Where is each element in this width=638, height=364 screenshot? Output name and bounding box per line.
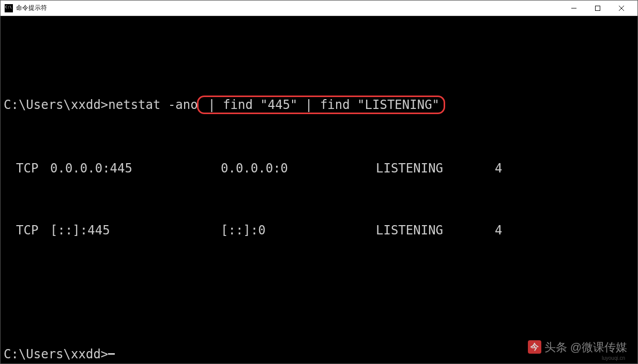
maximize-button[interactable] <box>586 1 610 16</box>
watermark-handle: @微课传媒 <box>570 340 627 355</box>
col-foreign: 0.0.0.0:0 <box>221 161 376 176</box>
output-row: TCP [::]:445 [::]:0 LISTENING 4 <box>4 223 634 238</box>
col-pid: 4 <box>495 161 502 176</box>
cursor-icon <box>108 353 115 355</box>
watermark-label: 头条 <box>544 340 567 355</box>
window-titlebar[interactable]: 命令提示符 <box>1 1 637 16</box>
svg-rect-1 <box>596 6 600 10</box>
col-proto: TCP <box>4 223 50 238</box>
watermark-sub: luyouqi.cn <box>602 355 625 362</box>
col-local: 0.0.0.0:445 <box>50 161 221 176</box>
window-controls <box>562 1 633 16</box>
prompt-text: C:\Users\xxdd> <box>4 97 108 113</box>
watermark-logo-icon: 今 <box>528 340 541 354</box>
col-proto: TCP <box>4 161 50 176</box>
highlighted-command: | find "445" | find "LISTENING" <box>197 96 445 114</box>
command-line-1: C:\Users\xxdd>netstat -ano | find "445" … <box>4 96 634 114</box>
col-foreign: [::]:0 <box>221 223 376 238</box>
watermark: 今 头条 @微课传媒 <box>528 340 627 355</box>
close-button[interactable] <box>610 1 633 16</box>
window-title: 命令提示符 <box>16 4 562 12</box>
col-state: LISTENING <box>376 161 495 176</box>
output-row: TCP 0.0.0.0:445 0.0.0.0:0 LISTENING 4 <box>4 161 634 176</box>
terminal-area[interactable]: C:\Users\xxdd>netstat -ano | find "445" … <box>1 16 637 363</box>
command-text: netstat -ano <box>108 97 198 113</box>
col-pid: 4 <box>495 223 502 238</box>
minimize-button[interactable] <box>562 1 586 16</box>
cmd-window: 命令提示符 C:\Users\xxdd>netstat -ano | find … <box>0 0 638 364</box>
prompt-text: C:\Users\xxdd> <box>4 346 108 362</box>
cmd-icon <box>5 4 13 12</box>
col-state: LISTENING <box>376 223 495 238</box>
col-local: [::]:445 <box>50 223 221 238</box>
